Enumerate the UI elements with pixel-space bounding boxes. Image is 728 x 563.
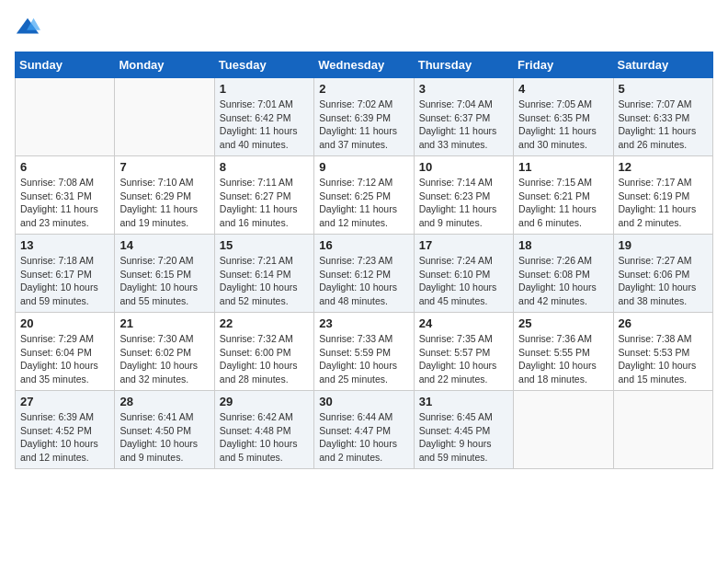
calendar-cell: 15Sunrise: 7:21 AM Sunset: 6:14 PM Dayli…: [214, 235, 313, 313]
weekday-header: Tuesday: [214, 52, 313, 78]
page-header: [15, 15, 713, 40]
day-info: Sunrise: 7:30 AM Sunset: 6:02 PM Dayligh…: [119, 332, 209, 386]
weekday-header: Thursday: [414, 52, 513, 78]
day-number: 10: [419, 160, 508, 174]
calendar-table: SundayMondayTuesdayWednesdayThursdayFrid…: [15, 52, 713, 469]
weekday-header: Sunday: [16, 52, 115, 78]
calendar-cell: 3Sunrise: 7:04 AM Sunset: 6:37 PM Daylig…: [414, 78, 513, 156]
weekday-header: Friday: [514, 52, 613, 78]
day-info: Sunrise: 7:26 AM Sunset: 6:08 PM Dayligh…: [518, 254, 608, 308]
calendar-cell: 23Sunrise: 7:33 AM Sunset: 5:59 PM Dayli…: [314, 313, 414, 391]
calendar-cell: 16Sunrise: 7:23 AM Sunset: 6:12 PM Dayli…: [314, 235, 414, 313]
calendar-cell: 25Sunrise: 7:36 AM Sunset: 5:55 PM Dayli…: [514, 313, 613, 391]
day-number: 8: [220, 160, 309, 174]
calendar-body: 1Sunrise: 7:01 AM Sunset: 6:42 PM Daylig…: [16, 78, 713, 469]
calendar-week-row: 20Sunrise: 7:29 AM Sunset: 6:04 PM Dayli…: [16, 313, 713, 391]
day-number: 25: [518, 316, 608, 330]
calendar-cell: 13Sunrise: 7:18 AM Sunset: 6:17 PM Dayli…: [16, 235, 115, 313]
day-info: Sunrise: 6:39 AM Sunset: 4:52 PM Dayligh…: [20, 410, 109, 465]
day-number: 2: [319, 82, 408, 96]
day-number: 5: [619, 82, 708, 96]
day-info: Sunrise: 6:41 AM Sunset: 4:50 PM Dayligh…: [119, 410, 209, 465]
day-info: Sunrise: 6:45 AM Sunset: 4:45 PM Dayligh…: [419, 410, 508, 465]
calendar-cell: 7Sunrise: 7:10 AM Sunset: 6:29 PM Daylig…: [115, 156, 214, 235]
calendar-cell: [16, 78, 115, 156]
calendar-cell: 21Sunrise: 7:30 AM Sunset: 6:02 PM Dayli…: [115, 313, 214, 391]
day-number: 12: [619, 160, 708, 174]
day-info: Sunrise: 7:32 AM Sunset: 6:00 PM Dayligh…: [220, 332, 309, 386]
calendar-header: SundayMondayTuesdayWednesdayThursdayFrid…: [16, 52, 713, 78]
day-number: 18: [518, 238, 608, 252]
calendar-cell: 6Sunrise: 7:08 AM Sunset: 6:31 PM Daylig…: [16, 156, 115, 235]
calendar-cell: [115, 78, 214, 156]
day-number: 28: [119, 395, 209, 408]
day-info: Sunrise: 7:01 AM Sunset: 6:42 PM Dayligh…: [220, 98, 309, 152]
day-info: Sunrise: 6:44 AM Sunset: 4:47 PM Dayligh…: [319, 410, 408, 465]
day-number: 16: [319, 238, 408, 252]
calendar-cell: 10Sunrise: 7:14 AM Sunset: 6:23 PM Dayli…: [414, 156, 513, 235]
day-number: 20: [20, 316, 109, 330]
day-info: Sunrise: 7:21 AM Sunset: 6:14 PM Dayligh…: [220, 254, 309, 308]
day-number: 13: [20, 238, 109, 252]
calendar-cell: 20Sunrise: 7:29 AM Sunset: 6:04 PM Dayli…: [16, 313, 115, 391]
calendar-cell: [514, 391, 613, 469]
calendar-cell: 19Sunrise: 7:27 AM Sunset: 6:06 PM Dayli…: [613, 235, 712, 313]
day-number: 9: [319, 160, 408, 174]
day-info: Sunrise: 7:08 AM Sunset: 6:31 PM Dayligh…: [20, 176, 109, 230]
calendar-cell: 12Sunrise: 7:17 AM Sunset: 6:19 PM Dayli…: [613, 156, 712, 235]
day-info: Sunrise: 7:05 AM Sunset: 6:35 PM Dayligh…: [518, 98, 608, 152]
day-number: 19: [619, 238, 708, 252]
day-info: Sunrise: 7:04 AM Sunset: 6:37 PM Dayligh…: [419, 98, 508, 152]
day-number: 24: [419, 316, 508, 330]
day-info: Sunrise: 7:14 AM Sunset: 6:23 PM Dayligh…: [419, 176, 508, 230]
calendar-cell: 8Sunrise: 7:11 AM Sunset: 6:27 PM Daylig…: [214, 156, 313, 235]
calendar-cell: 27Sunrise: 6:39 AM Sunset: 4:52 PM Dayli…: [16, 391, 115, 469]
day-number: 26: [619, 316, 708, 330]
calendar-cell: 4Sunrise: 7:05 AM Sunset: 6:35 PM Daylig…: [514, 78, 613, 156]
day-number: 22: [220, 316, 309, 330]
calendar-cell: 1Sunrise: 7:01 AM Sunset: 6:42 PM Daylig…: [214, 78, 313, 156]
weekday-row: SundayMondayTuesdayWednesdayThursdayFrid…: [16, 52, 713, 78]
day-info: Sunrise: 7:20 AM Sunset: 6:15 PM Dayligh…: [119, 254, 209, 308]
calendar-cell: 5Sunrise: 7:07 AM Sunset: 6:33 PM Daylig…: [613, 78, 712, 156]
day-number: 27: [20, 395, 109, 408]
day-number: 31: [419, 395, 508, 408]
day-info: Sunrise: 7:27 AM Sunset: 6:06 PM Dayligh…: [619, 254, 708, 308]
calendar-week-row: 1Sunrise: 7:01 AM Sunset: 6:42 PM Daylig…: [16, 78, 713, 156]
day-info: Sunrise: 7:29 AM Sunset: 6:04 PM Dayligh…: [20, 332, 109, 386]
day-info: Sunrise: 7:07 AM Sunset: 6:33 PM Dayligh…: [619, 98, 708, 152]
day-number: 15: [220, 238, 309, 252]
day-number: 23: [319, 316, 408, 330]
calendar-cell: 22Sunrise: 7:32 AM Sunset: 6:00 PM Dayli…: [214, 313, 313, 391]
calendar-cell: [613, 391, 712, 469]
day-info: Sunrise: 7:10 AM Sunset: 6:29 PM Dayligh…: [119, 176, 209, 230]
calendar-cell: 29Sunrise: 6:42 AM Sunset: 4:48 PM Dayli…: [214, 391, 313, 469]
day-number: 29: [220, 395, 309, 408]
day-number: 30: [319, 395, 408, 408]
calendar-cell: 11Sunrise: 7:15 AM Sunset: 6:21 PM Dayli…: [514, 156, 613, 235]
day-info: Sunrise: 7:23 AM Sunset: 6:12 PM Dayligh…: [319, 254, 408, 308]
day-number: 4: [518, 82, 608, 96]
day-info: Sunrise: 7:17 AM Sunset: 6:19 PM Dayligh…: [619, 176, 708, 230]
calendar-cell: 26Sunrise: 7:38 AM Sunset: 5:53 PM Dayli…: [613, 313, 712, 391]
day-info: Sunrise: 7:33 AM Sunset: 5:59 PM Dayligh…: [319, 332, 408, 386]
calendar-cell: 2Sunrise: 7:02 AM Sunset: 6:39 PM Daylig…: [314, 78, 414, 156]
day-info: Sunrise: 7:24 AM Sunset: 6:10 PM Dayligh…: [419, 254, 508, 308]
day-info: Sunrise: 7:18 AM Sunset: 6:17 PM Dayligh…: [20, 254, 109, 308]
weekday-header: Monday: [115, 52, 214, 78]
calendar-week-row: 13Sunrise: 7:18 AM Sunset: 6:17 PM Dayli…: [16, 235, 713, 313]
day-info: Sunrise: 7:38 AM Sunset: 5:53 PM Dayligh…: [619, 332, 708, 386]
calendar-cell: 18Sunrise: 7:26 AM Sunset: 6:08 PM Dayli…: [514, 235, 613, 313]
calendar-week-row: 6Sunrise: 7:08 AM Sunset: 6:31 PM Daylig…: [16, 156, 713, 235]
calendar-cell: 30Sunrise: 6:44 AM Sunset: 4:47 PM Dayli…: [314, 391, 414, 469]
day-info: Sunrise: 7:35 AM Sunset: 5:57 PM Dayligh…: [419, 332, 508, 386]
calendar-cell: 14Sunrise: 7:20 AM Sunset: 6:15 PM Dayli…: [115, 235, 214, 313]
day-info: Sunrise: 7:12 AM Sunset: 6:25 PM Dayligh…: [319, 176, 408, 230]
calendar-cell: 24Sunrise: 7:35 AM Sunset: 5:57 PM Dayli…: [414, 313, 513, 391]
day-info: Sunrise: 7:15 AM Sunset: 6:21 PM Dayligh…: [518, 176, 608, 230]
weekday-header: Wednesday: [314, 52, 414, 78]
day-number: 6: [20, 160, 109, 174]
day-number: 11: [518, 160, 608, 174]
day-info: Sunrise: 7:36 AM Sunset: 5:55 PM Dayligh…: [518, 332, 608, 386]
calendar-cell: 9Sunrise: 7:12 AM Sunset: 6:25 PM Daylig…: [314, 156, 414, 235]
